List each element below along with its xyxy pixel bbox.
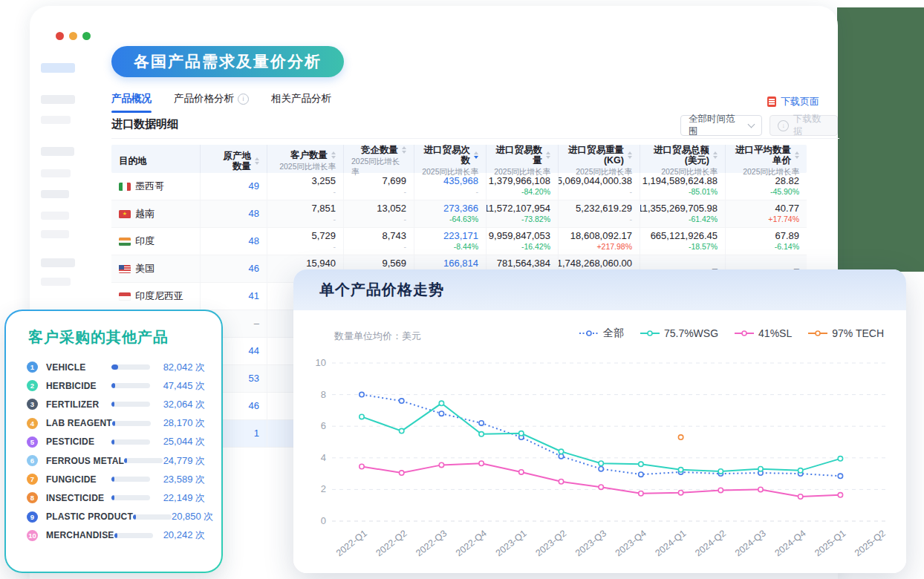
- product-label: PLASTIC PRODUCT: [46, 511, 133, 522]
- table-row[interactable]: 墨西哥493,255-7,699-435,968-1,379,966,108-8…: [111, 173, 807, 200]
- tab-2[interactable]: 产品价格分析: [174, 92, 249, 113]
- svg-text:2025-Q2: 2025-Q2: [853, 528, 888, 558]
- other-products-card-inner: 客户采购的其他产品 1VEHICLE82,042 次2HERBICIDE47,4…: [6, 311, 221, 572]
- sidebar-skeleton-bar: [41, 212, 69, 220]
- purchase-count: 47,445 次: [150, 379, 205, 393]
- rank-badge: 1: [27, 362, 38, 373]
- mini-progress-bar: [111, 477, 150, 482]
- download-data-button[interactable]: 下载数据: [770, 115, 838, 136]
- data-cell: 9,959,847,053-16.42%: [487, 228, 559, 255]
- origin-count-cell[interactable]: 41: [201, 283, 267, 310]
- rank-badge: 3: [27, 399, 38, 410]
- minimize-button[interactable]: [69, 32, 77, 40]
- sidebar-skeleton-bar: [41, 190, 69, 198]
- product-rank-item[interactable]: 8INSECTICIDE22,149 次: [6, 488, 221, 507]
- svg-text:2022-Q3: 2022-Q3: [414, 528, 449, 558]
- info-icon: [238, 94, 249, 105]
- purchase-count: 24,779 次: [163, 454, 205, 468]
- rank-badge: 7: [27, 474, 38, 485]
- price-trend-header: 单个产品价格走势: [293, 269, 906, 310]
- rank-badge: 5: [27, 436, 38, 448]
- product-rank-item[interactable]: 6FERROUS METAL24,779 次: [6, 451, 221, 470]
- destination-cell[interactable]: 美国: [111, 255, 201, 282]
- page-title: 各国产品需求及量价分析: [111, 46, 344, 77]
- tab-label: 相关产品分析: [271, 92, 331, 105]
- product-rank-item[interactable]: 4LAB REAGENT28,170 次: [6, 414, 221, 433]
- svg-text:10: 10: [316, 357, 326, 368]
- origin-count-cell[interactable]: 48: [201, 200, 267, 227]
- origin-count-cell[interactable]: 46: [201, 255, 267, 282]
- tab-3[interactable]: 相关产品分析: [271, 92, 331, 113]
- table-row[interactable]: 越南487,851-13,052-273,366-64.63%11,572,10…: [111, 200, 807, 228]
- price-trend-chart: 02468102022-Q12022-Q22022-Q32022-Q42023-…: [293, 340, 906, 563]
- mini-progress-bar: [111, 402, 150, 407]
- table-section-title: 进口数据明细: [111, 117, 178, 131]
- legend-item[interactable]: 41%SL: [735, 327, 792, 339]
- destination-cell[interactable]: 越南: [111, 200, 201, 227]
- window-controls: [56, 32, 91, 40]
- background-green-block: [837, 7, 924, 272]
- mini-progress-bar: [114, 533, 153, 538]
- svg-text:2023-Q2: 2023-Q2: [533, 528, 568, 558]
- time-range-select[interactable]: 全部时间范围: [680, 115, 762, 136]
- data-cell: 1,194,589,624.88-85.01%: [640, 173, 726, 200]
- legend-label: 41%SL: [758, 327, 792, 339]
- svg-text:2023-Q4: 2023-Q4: [614, 528, 648, 558]
- sort-carets[interactable]: [474, 151, 478, 159]
- svg-text:6: 6: [321, 420, 326, 431]
- vietnam-flag-icon: [119, 210, 131, 218]
- product-rank-item[interactable]: 5PESTICIDE25,044 次: [6, 433, 221, 451]
- destination-cell[interactable]: 印度: [111, 228, 201, 255]
- data-cell: 7,699-: [344, 173, 414, 200]
- mini-progress-bar: [133, 514, 172, 520]
- data-cell: 5,069,044,000.38-: [559, 173, 640, 200]
- product-label: INSECTICIDE: [46, 493, 111, 503]
- data-cell: 7,851-: [267, 200, 344, 227]
- sort-carets[interactable]: [255, 157, 259, 165]
- price-trend-body: 数量单位均价：美元 全部75.7%WSG41%SL97% TECH 024681…: [293, 310, 906, 573]
- legend-label: 75.7%WSG: [664, 327, 718, 339]
- rank-badge: 9: [27, 511, 38, 523]
- legend-item[interactable]: 97% TECH: [808, 327, 884, 339]
- zoom-button[interactable]: [82, 32, 91, 40]
- close-button[interactable]: [56, 32, 64, 40]
- product-rank-item[interactable]: 1VEHICLE82,042 次: [6, 358, 221, 376]
- product-label: FERROUS METAL: [46, 456, 124, 466]
- table-row[interactable]: 印度485,729-8,743-223,171-8.44%9,959,847,0…: [111, 228, 807, 255]
- origin-count-cell[interactable]: 49: [201, 173, 267, 200]
- data-cell: 28.82-45.90%: [726, 173, 807, 200]
- destination-cell[interactable]: 印度尼西亚: [111, 283, 201, 310]
- product-rank-item[interactable]: 2HERBICIDE47,445 次: [6, 376, 221, 395]
- legend-item[interactable]: 75.7%WSG: [640, 327, 718, 339]
- purchase-count: 82,042 次: [150, 361, 205, 374]
- purchase-count: 23,589 次: [150, 473, 205, 486]
- sort-carets[interactable]: [713, 151, 718, 159]
- data-cell: 18,608,092.17+217.98%: [559, 228, 640, 255]
- tab-1[interactable]: 产品概况: [111, 92, 152, 113]
- data-cell: 223,171-8.44%: [414, 228, 487, 255]
- product-rank-item[interactable]: 3FERTILIZER32,064 次: [6, 395, 221, 413]
- download-data-label: 下载数据: [793, 113, 830, 138]
- download-page-link[interactable]: 下载页面: [767, 95, 819, 108]
- data-cell: 67.89-6.14%: [726, 228, 807, 255]
- svg-text:2022-Q1: 2022-Q1: [334, 528, 369, 558]
- destination-cell[interactable]: 墨西哥: [111, 173, 201, 200]
- svg-text:4: 4: [321, 452, 326, 463]
- sort-carets[interactable]: [402, 146, 406, 154]
- sort-carets[interactable]: [331, 151, 336, 159]
- sort-carets[interactable]: [795, 151, 799, 159]
- origin-count-cell[interactable]: 48: [201, 228, 267, 255]
- usa-flag-icon: [119, 265, 131, 273]
- product-rank-item[interactable]: 7FUNGICIDE23,589 次: [6, 470, 221, 488]
- mini-progress-bar: [111, 364, 150, 370]
- purchase-count: 20,850 次: [172, 510, 213, 523]
- pdf-icon: [767, 96, 776, 107]
- legend-item[interactable]: 全部: [579, 327, 624, 340]
- tab-bar: 产品概况产品价格分析相关产品分析: [111, 92, 331, 113]
- sidebar-skeleton-bar: [41, 230, 69, 238]
- product-rank-item[interactable]: 9PLASTIC PRODUCT20,850 次: [6, 508, 221, 526]
- svg-text:2024-Q1: 2024-Q1: [653, 528, 688, 558]
- sort-carets[interactable]: [628, 151, 632, 159]
- product-rank-item[interactable]: 10MERCHANDISE20,242 次: [6, 526, 221, 545]
- sort-carets[interactable]: [546, 151, 550, 159]
